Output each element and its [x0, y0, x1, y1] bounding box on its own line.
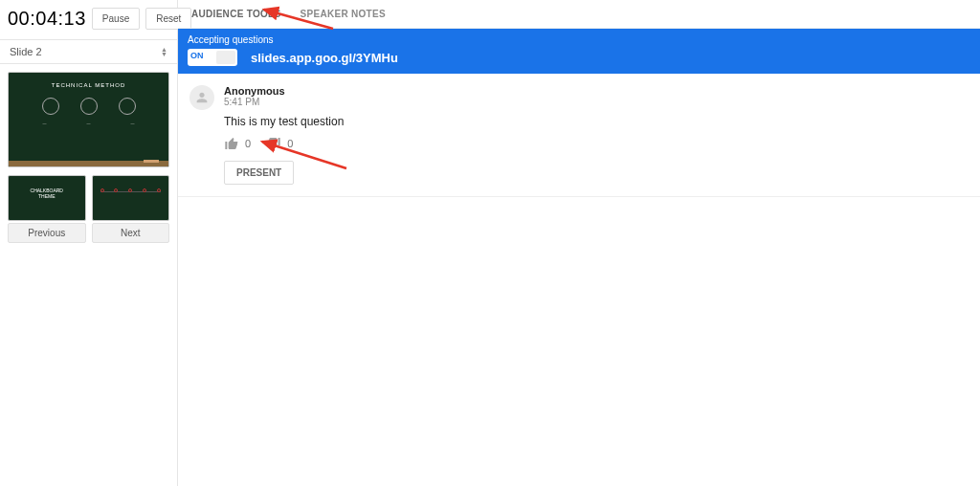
- person-icon: [194, 90, 210, 105]
- qa-url: slides.app.goo.gl/3YMHu: [251, 51, 398, 65]
- updown-icon: ▲▼: [161, 47, 167, 56]
- qa-banner: Accepting questions ON slides.app.goo.gl…: [178, 29, 980, 74]
- avatar: [189, 85, 214, 110]
- present-question-button[interactable]: PRESENT: [224, 161, 294, 185]
- slide-selector-dropdown[interactable]: Slide 2 ▲▼: [0, 40, 177, 64]
- pause-button[interactable]: Pause: [92, 8, 140, 30]
- tab-bar: AUDIENCE TOOLS SPEAKER NOTES: [178, 0, 980, 29]
- thumbs-up-icon[interactable]: [224, 136, 239, 151]
- thumb-title: TECHNICAL METHOD: [9, 73, 168, 88]
- tab-audience-tools[interactable]: AUDIENCE TOOLS: [191, 9, 280, 19]
- presenter-sidebar: 00:04:13 Pause Reset Slide 2 ▲▼ TECHNICA…: [0, 0, 178, 486]
- accepting-label: Accepting questions: [188, 34, 970, 45]
- timer: 00:04:13: [8, 8, 86, 30]
- question-author: Anonymous: [224, 85, 969, 97]
- upvote-count: 0: [245, 138, 251, 149]
- toggle-on-label: ON: [190, 51, 204, 60]
- qa-toggle[interactable]: ON: [188, 49, 237, 66]
- main-panel: AUDIENCE TOOLS SPEAKER NOTES Accepting q…: [178, 0, 980, 486]
- slide-selector-label: Slide 2: [10, 46, 42, 57]
- previous-slide-thumbnail[interactable]: CHALKBOARD THEME: [8, 175, 86, 221]
- previous-button[interactable]: Previous: [8, 223, 86, 243]
- tab-speaker-notes[interactable]: SPEAKER NOTES: [300, 9, 385, 19]
- next-button[interactable]: Next: [92, 223, 170, 243]
- downvote-count: 0: [287, 138, 293, 149]
- timer-row: 00:04:13 Pause Reset: [0, 0, 177, 40]
- toggle-knob: [216, 51, 235, 64]
- question-text: This is my test question: [224, 115, 969, 128]
- question-item: Anonymous 5:41 PM This is my test questi…: [178, 74, 980, 197]
- current-slide-thumbnail[interactable]: TECHNICAL METHOD ———: [8, 72, 169, 167]
- question-time: 5:41 PM: [224, 97, 969, 107]
- next-slide-thumbnail[interactable]: [92, 175, 170, 221]
- vote-row: 0 0: [224, 136, 969, 151]
- thumbs-down-icon[interactable]: [266, 136, 281, 151]
